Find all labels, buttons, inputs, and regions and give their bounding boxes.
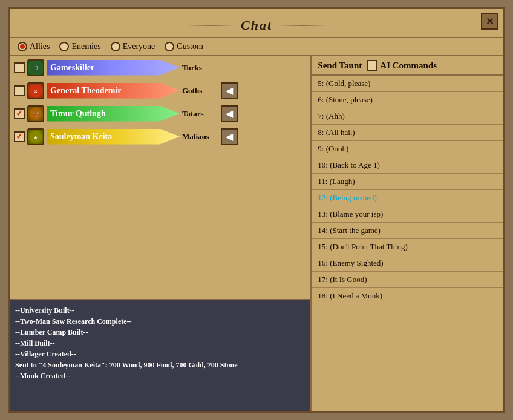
taunt-item[interactable]: 7: (Ahh) bbox=[312, 108, 503, 125]
player-4-civ: Malians bbox=[182, 132, 218, 142]
filter-everyone-label: Everyone bbox=[123, 42, 155, 51]
title-deco-right bbox=[278, 25, 327, 26]
left-panel: ☽ Gameskiller Turks ⚔ General Theodemir … bbox=[10, 56, 312, 411]
taunt-item[interactable]: 18: (I Need a Monk) bbox=[312, 288, 503, 304]
player-3-checkbox[interactable]: ✓ bbox=[14, 108, 25, 119]
player-row: ⚔ General Theodemir Goths ◀ bbox=[10, 79, 310, 102]
player-row: ☽ Gameskiller Turks bbox=[10, 56, 310, 79]
chat-log: --University Built-- --Two-Man Saw Resea… bbox=[10, 299, 310, 411]
player-1-checkbox[interactable] bbox=[14, 62, 25, 73]
chat-window: Chat ✕ Allies Enemies Everyone bbox=[8, 7, 505, 413]
arrow-icon: ◀ bbox=[226, 108, 233, 119]
taunt-list: 5: (Gold, please) 6: (Stone, please) 7: … bbox=[312, 76, 503, 411]
player-3-arrow[interactable]: ◀ bbox=[221, 105, 238, 122]
filter-everyone[interactable]: Everyone bbox=[111, 42, 155, 51]
checkmark-icon: ✓ bbox=[16, 108, 23, 119]
filter-allies-label: Allies bbox=[30, 42, 50, 51]
svg-text:🏹: 🏹 bbox=[33, 111, 40, 118]
arrow-icon: ◀ bbox=[226, 131, 233, 142]
taunt-item[interactable]: 6: (Stone, please) bbox=[312, 92, 503, 108]
taunt-item[interactable]: 5: (Gold, please) bbox=[312, 76, 503, 92]
player-4-name[interactable]: Souleyman Keita bbox=[47, 129, 180, 145]
taunt-item[interactable]: 14: (Start the game) bbox=[312, 223, 503, 239]
filter-custom[interactable]: Custom bbox=[165, 42, 203, 51]
radio-custom bbox=[165, 42, 174, 51]
svg-text:☽: ☽ bbox=[33, 65, 39, 71]
filter-bar: Allies Enemies Everyone Custom bbox=[10, 38, 503, 56]
taunt-item[interactable]: 8: (All hail) bbox=[312, 125, 503, 141]
player-2-name[interactable]: General Theodemir bbox=[47, 83, 180, 99]
radio-everyone-dot bbox=[113, 44, 118, 49]
taunt-item[interactable]: 10: (Back to Age 1) bbox=[312, 157, 503, 174]
chat-line: --Monk Created-- bbox=[15, 370, 306, 381]
taunt-item[interactable]: 15: (Don't Point That Thing) bbox=[312, 239, 503, 255]
radio-custom-dot bbox=[167, 44, 172, 49]
close-button[interactable]: ✕ bbox=[481, 13, 498, 30]
svg-text:★: ★ bbox=[33, 134, 38, 140]
player-3-avatar: 🏹 bbox=[27, 105, 44, 122]
player-row: ✓ 🏹 Timur Qutlugh Tatars ◀ bbox=[10, 102, 310, 125]
players-list: ☽ Gameskiller Turks ⚔ General Theodemir … bbox=[10, 56, 310, 299]
filter-enemies[interactable]: Enemies bbox=[59, 42, 100, 51]
taunt-header: Send Taunt AI Commands bbox=[312, 56, 503, 76]
player-4-avatar: ★ bbox=[27, 128, 44, 145]
radio-everyone bbox=[111, 42, 120, 51]
chat-line: Sent to "4 Souleyman Keita": 700 Wood, 9… bbox=[15, 359, 306, 370]
player-2-arrow[interactable]: ◀ bbox=[221, 82, 238, 99]
player-1-name[interactable]: Gameskiller bbox=[47, 60, 180, 76]
player-4-checkbox[interactable]: ✓ bbox=[14, 131, 25, 142]
filter-custom-label: Custom bbox=[177, 42, 203, 51]
player-1-avatar: ☽ bbox=[27, 59, 44, 76]
checkmark-icon: ✓ bbox=[16, 131, 23, 142]
player-4-arrow[interactable]: ◀ bbox=[221, 128, 238, 145]
radio-enemies bbox=[59, 42, 69, 51]
window-title: Chat bbox=[241, 18, 272, 33]
filter-allies[interactable]: Allies bbox=[18, 42, 50, 51]
title-bar: Chat ✕ bbox=[10, 9, 503, 38]
chat-line: --Mill Built-- bbox=[15, 338, 306, 349]
filter-enemies-label: Enemies bbox=[71, 42, 100, 51]
ai-commands-area: AI Commands bbox=[367, 60, 437, 71]
taunt-item[interactable]: 11: (Laugh) bbox=[312, 174, 503, 190]
right-panel: Send Taunt AI Commands 5: (Gold, please)… bbox=[312, 56, 503, 411]
player-3-name[interactable]: Timur Qutlugh bbox=[47, 106, 180, 122]
ai-commands-label: AI Commands bbox=[380, 61, 437, 71]
radio-enemies-dot bbox=[62, 44, 67, 49]
player-3-civ: Tatars bbox=[182, 109, 218, 119]
chat-line: --Lumber Camp Built-- bbox=[15, 327, 306, 338]
svg-text:⚔: ⚔ bbox=[33, 88, 38, 94]
player-row: ✓ ★ Souleyman Keita Malians ◀ bbox=[10, 125, 310, 148]
chat-line: --Two-Man Saw Research Complete-- bbox=[15, 316, 306, 327]
taunt-item[interactable]: 16: (Enemy Sighted) bbox=[312, 255, 503, 272]
taunt-item[interactable]: 9: (Oooh) bbox=[312, 141, 503, 157]
taunt-item[interactable]: 13: (Blame your isp) bbox=[312, 206, 503, 223]
ai-checkbox[interactable] bbox=[367, 60, 377, 71]
chat-line: --University Built-- bbox=[15, 305, 306, 316]
taunt-item[interactable]: 17: (It Is Good) bbox=[312, 272, 503, 288]
title-deco-left bbox=[186, 25, 235, 26]
chat-line: --Villager Created-- bbox=[15, 349, 306, 359]
player-1-civ: Turks bbox=[182, 63, 218, 73]
arrow-icon: ◀ bbox=[226, 85, 233, 96]
taunt-item-active[interactable]: 12: (Being rushed) bbox=[312, 190, 503, 206]
send-taunt-label: Send Taunt bbox=[318, 61, 362, 71]
player-2-civ: Goths bbox=[182, 86, 218, 96]
main-content: ☽ Gameskiller Turks ⚔ General Theodemir … bbox=[10, 56, 503, 411]
player-2-avatar: ⚔ bbox=[27, 82, 44, 99]
radio-allies-dot bbox=[20, 44, 25, 49]
player-2-checkbox[interactable] bbox=[14, 85, 25, 96]
radio-allies bbox=[18, 42, 27, 51]
